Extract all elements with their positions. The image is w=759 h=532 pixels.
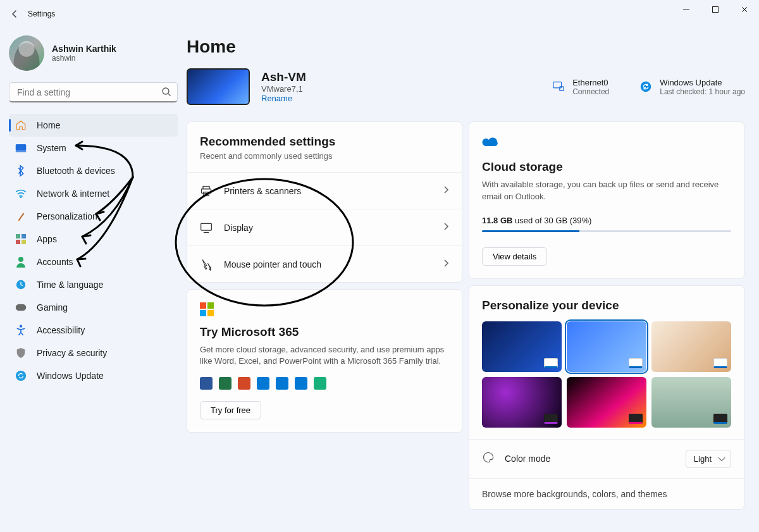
- search-icon: [161, 87, 171, 99]
- palette-icon: [482, 451, 496, 466]
- browse-themes-link[interactable]: Browse more backgrounds, colors, and the…: [482, 489, 731, 499]
- svg-rect-8: [22, 234, 26, 238]
- m365-app-icons: [200, 377, 449, 390]
- cloud-card: Cloud storage With available storage, yo…: [469, 121, 744, 279]
- user-profile[interactable]: Ashwin Karthik ashwin: [9, 33, 178, 82]
- sidebar-item-label: Apps: [37, 234, 57, 244]
- sidebar-item-home[interactable]: Home: [9, 114, 178, 137]
- avatar: [9, 35, 44, 71]
- rename-link[interactable]: Rename: [261, 94, 306, 103]
- network-status[interactable]: Ethernet0 Connected: [551, 78, 609, 96]
- svg-point-11: [18, 257, 23, 262]
- sidebar-item-label: Accessibility: [37, 325, 85, 335]
- svg-rect-22: [201, 223, 212, 230]
- svg-rect-9: [16, 240, 20, 244]
- chevron-right-icon: [443, 222, 449, 233]
- ethernet-icon: [551, 79, 566, 94]
- m365-desc: Get more cloud storage, advanced securit…: [200, 344, 449, 367]
- sidebar-item-label: Network & internet: [37, 189, 109, 199]
- home-icon: [15, 120, 27, 131]
- theme-option-1[interactable]: [482, 321, 562, 372]
- sidebar-item-label: Home: [37, 120, 60, 130]
- recommended-card: Recommended settings Recent and commonly…: [187, 121, 462, 283]
- sidebar-item-apps[interactable]: Apps: [9, 228, 178, 251]
- recommended-printers-scanners[interactable]: Printers & scanners: [187, 172, 462, 209]
- close-button[interactable]: [730, 0, 759, 19]
- window-title: Settings: [28, 9, 55, 18]
- svg-point-6: [20, 197, 22, 198]
- display-icon: [200, 222, 213, 233]
- cloud-desc: With available storage, you can back up …: [482, 179, 731, 203]
- sidebar-item-label: Bluetooth & devices: [37, 166, 115, 176]
- system-icon: [15, 142, 27, 154]
- printer-icon: [200, 185, 213, 197]
- cloud-icon: [482, 135, 731, 151]
- try-free-button[interactable]: Try for free: [200, 401, 261, 419]
- sidebar-item-windows-update[interactable]: Windows Update: [9, 364, 178, 387]
- sidebar-item-label: Time & language: [37, 280, 103, 290]
- svg-rect-20: [202, 189, 211, 193]
- update-status[interactable]: Windows Update Last checked: 1 hour ago: [638, 78, 745, 96]
- time-icon: [15, 279, 27, 290]
- sidebar-item-bluetooth-devices[interactable]: Bluetooth & devices: [9, 159, 178, 182]
- svg-rect-4: [16, 144, 27, 151]
- view-details-button[interactable]: View details: [482, 247, 547, 266]
- recommended-display[interactable]: Display: [187, 209, 462, 245]
- bluetooth-icon: [15, 165, 27, 176]
- svg-rect-5: [16, 151, 27, 152]
- svg-point-18: [641, 82, 651, 92]
- user-name: Ashwin Karthik: [52, 44, 116, 54]
- storage-bar: [482, 230, 731, 232]
- recommended-subtitle: Recent and commonly used settings: [200, 151, 449, 161]
- sidebar-item-privacy-security[interactable]: Privacy & security: [9, 342, 178, 364]
- maximize-button[interactable]: [701, 0, 730, 19]
- update-icon: [15, 370, 27, 381]
- sidebar-item-label: Accounts: [37, 257, 73, 267]
- sidebar-item-network-internet[interactable]: Network & internet: [9, 182, 178, 205]
- apps-icon: [15, 233, 27, 245]
- personalize-heading: Personalize your device: [482, 299, 731, 312]
- svg-line-3: [168, 94, 171, 96]
- svg-rect-10: [22, 240, 26, 244]
- svg-rect-21: [204, 192, 209, 195]
- sidebar-item-label: Personalization: [37, 211, 97, 221]
- storage-text: 11.8 GB used of 30 GB (39%): [482, 216, 731, 225]
- svg-point-14: [20, 325, 22, 328]
- minimize-button[interactable]: [672, 0, 701, 19]
- personalize-icon: [15, 211, 27, 222]
- theme-option-4[interactable]: [482, 377, 562, 428]
- color-mode-label: Color mode: [505, 454, 677, 464]
- search-input[interactable]: [9, 82, 178, 102]
- back-button[interactable]: [5, 4, 24, 23]
- cloud-heading: Cloud storage: [482, 160, 731, 174]
- user-handle: ashwin: [52, 54, 116, 63]
- color-mode-select[interactable]: Light: [686, 450, 731, 468]
- theme-option-3[interactable]: [651, 321, 731, 372]
- sidebar-item-gaming[interactable]: Gaming: [9, 296, 178, 319]
- m365-heading: Try Microsoft 365: [200, 325, 449, 339]
- svg-point-2: [163, 88, 169, 94]
- sidebar-item-personalization[interactable]: Personalization: [9, 205, 178, 228]
- sidebar-item-accounts[interactable]: Accounts: [9, 251, 178, 273]
- svg-rect-7: [16, 234, 20, 238]
- mouse-icon: [200, 258, 213, 271]
- chevron-right-icon: [443, 259, 449, 270]
- personalize-card: Personalize your device Color mode Light…: [469, 285, 744, 510]
- sidebar-item-label: System: [37, 143, 66, 153]
- recommended-title: Recommended settings: [200, 135, 449, 149]
- svg-point-15: [16, 371, 26, 381]
- sidebar-item-accessibility[interactable]: Accessibility: [9, 319, 178, 342]
- recommended-mouse-pointer-and-touch[interactable]: Mouse pointer and touch: [187, 245, 462, 282]
- network-icon: [15, 188, 27, 199]
- sidebar-item-system[interactable]: System: [9, 137, 178, 159]
- sidebar-item-label: Privacy & security: [37, 348, 107, 358]
- theme-option-2[interactable]: [567, 321, 646, 372]
- theme-option-6[interactable]: [651, 377, 731, 428]
- privacy-icon: [15, 347, 27, 359]
- device-model: VMware7,1: [261, 84, 306, 94]
- page-title: Home: [187, 37, 745, 57]
- theme-option-5[interactable]: [567, 377, 646, 428]
- sidebar-item-time-language[interactable]: Time & language: [9, 273, 178, 296]
- sidebar-item-label: Windows Update: [37, 371, 104, 381]
- sync-icon: [638, 79, 653, 94]
